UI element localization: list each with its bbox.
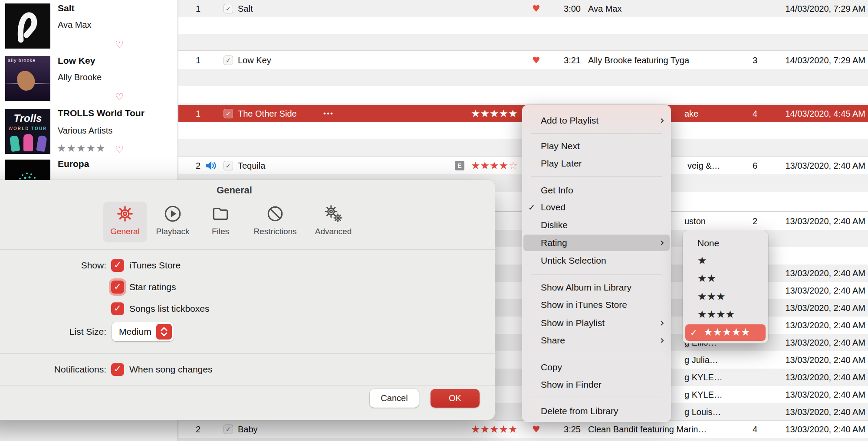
- song-rating-stars[interactable]: ★★★★★: [471, 421, 518, 438]
- menu-item-copy[interactable]: Copy: [522, 359, 671, 376]
- song-date: 13/03/2020, 2:40 AM: [764, 299, 865, 317]
- five-stars: ★★★★★: [704, 324, 750, 341]
- rating-option-5-stars-selected[interactable]: ✓ ★★★★★: [685, 324, 766, 341]
- tab-label: Restrictions: [247, 227, 303, 236]
- list-size-value: Medium: [119, 322, 151, 341]
- song-tickbox[interactable]: ✓: [224, 4, 233, 13]
- menu-item-show-in-playlist[interactable]: Show in Playlist›: [522, 314, 671, 332]
- artist-fragment: veig &…: [687, 157, 720, 174]
- dialog-title: General: [0, 185, 495, 196]
- itunes-store-label[interactable]: iTunes Store: [129, 259, 181, 272]
- menu-item-delete-from-library[interactable]: Delete from Library: [522, 402, 671, 420]
- album-title[interactable]: Europa: [58, 159, 89, 169]
- album-artist[interactable]: Ally Brooke: [58, 72, 102, 82]
- menu-item-get-info[interactable]: Get Info: [522, 182, 671, 199]
- notifications-label: Notifications:: [0, 363, 106, 376]
- list-size-label: List Size:: [0, 325, 106, 338]
- album-artist[interactable]: Various Artists: [58, 126, 112, 136]
- star-ratings-label[interactable]: Star ratings: [129, 281, 176, 294]
- album-rating-stars[interactable]: ★★★★★: [57, 142, 106, 154]
- tab-label: Advanced: [305, 227, 362, 236]
- itunes-store-checkbox[interactable]: ✓: [111, 259, 124, 272]
- menu-item-untick-selection[interactable]: Untick Selection: [522, 252, 671, 269]
- tab-advanced[interactable]: Advanced: [305, 202, 362, 242]
- menu-item-play-later[interactable]: Play Later: [522, 155, 671, 172]
- songs-list-tickboxes-label[interactable]: Songs list tickboxes: [129, 302, 209, 315]
- menu-item-show-in-itunes-store[interactable]: Show in iTunes Store: [522, 296, 671, 314]
- star-ratings-checkbox[interactable]: ✓: [111, 281, 124, 294]
- song-tickbox[interactable]: ✓: [224, 161, 233, 170]
- when-song-changes-checkbox[interactable]: ✓: [111, 363, 124, 376]
- play-count: 4: [729, 421, 757, 438]
- song-artist: Ally Brooke featuring Tyga: [588, 52, 731, 69]
- play-count: 2: [729, 212, 757, 230]
- album-heart-outline-icon[interactable]: ♡: [113, 39, 126, 50]
- menu-item-show-in-finder[interactable]: Show in Finder: [522, 376, 671, 393]
- ok-button[interactable]: OK: [431, 389, 480, 408]
- menu-separator: [531, 274, 662, 274]
- album-art-hand: [23, 134, 33, 151]
- track-number: 1: [182, 0, 201, 17]
- album-art-trolls[interactable]: Trolls WORLD TOUR: [5, 109, 50, 154]
- song-date: 13/03/2020, 2:40 AM: [764, 386, 865, 403]
- more-dots-icon[interactable]: •••: [323, 105, 334, 122]
- tab-label: Files: [192, 227, 249, 236]
- album-title[interactable]: TROLLS World Tour: [58, 108, 145, 118]
- menu-item-show-album-in-library[interactable]: Show Album in Library: [522, 279, 671, 296]
- checkmark-icon: ✓: [690, 324, 697, 341]
- album-art-title-text: Trolls: [5, 112, 50, 124]
- track-number: 1: [182, 105, 201, 122]
- tab-restrictions[interactable]: Restrictions: [247, 202, 303, 242]
- album-art-salt[interactable]: [5, 3, 50, 49]
- menu-item-add-to-playlist[interactable]: Add to Playlist›: [522, 112, 671, 129]
- song-rating-stars[interactable]: ★★★★★: [471, 105, 518, 122]
- song-time: 3:25: [538, 421, 581, 438]
- rating-option-4-stars[interactable]: ★★★★: [683, 306, 768, 323]
- song-date: 13/03/2020, 2:40 AM: [764, 157, 865, 174]
- cancel-button[interactable]: Cancel: [370, 389, 419, 408]
- song-tickbox[interactable]: ✓: [224, 56, 233, 65]
- song-rating-star-empty[interactable]: ☆: [509, 157, 518, 174]
- advanced-gears-icon: [305, 202, 362, 226]
- track-number: 2: [182, 421, 201, 438]
- tab-label: General: [103, 227, 147, 236]
- stepper-icon: [156, 324, 172, 340]
- album-title[interactable]: Low Key: [58, 56, 95, 66]
- song-rating-stars[interactable]: ★★★★: [471, 157, 508, 174]
- song-tickbox[interactable]: ✓: [224, 109, 233, 118]
- menu-item-dislike[interactable]: Dislike: [522, 216, 671, 234]
- album-artist[interactable]: Ava Max: [58, 20, 91, 30]
- rating-option-2-stars[interactable]: ★★: [683, 270, 768, 287]
- menu-item-share[interactable]: Share›: [522, 332, 671, 349]
- play-count: 6: [729, 157, 757, 174]
- tab-general[interactable]: General: [103, 202, 147, 242]
- dialog-separator: [0, 249, 495, 250]
- submenu-arrow-icon: ›: [660, 331, 664, 349]
- song-title: Tequila: [238, 157, 265, 174]
- album-art-text: ally brooke: [8, 58, 36, 63]
- list-size-select[interactable]: Medium: [112, 322, 174, 341]
- album-art-low-key[interactable]: ally brooke: [5, 56, 50, 101]
- rating-option-none[interactable]: None: [683, 234, 768, 252]
- rating-option-3-stars[interactable]: ★★★: [683, 288, 768, 306]
- song-date: 13/03/2020, 2:40 AM: [764, 334, 865, 351]
- song-title: The Other Side: [238, 105, 297, 122]
- song-date: 14/03/2020, 7:29 AM: [764, 0, 865, 17]
- folder-icon: [192, 202, 249, 226]
- tab-files[interactable]: Files: [192, 202, 249, 242]
- menu-separator: [531, 398, 662, 398]
- rating-option-1-star[interactable]: ★: [683, 252, 768, 270]
- play-count: 3: [729, 52, 757, 69]
- album-heart-outline-icon[interactable]: ♡: [113, 144, 126, 155]
- menu-item-loved[interactable]: ✓ Loved: [522, 199, 671, 216]
- menu-item-play-next[interactable]: Play Next: [522, 137, 671, 155]
- menu-item-rating[interactable]: Rating›: [522, 234, 671, 252]
- songs-list-tickboxes-checkbox[interactable]: ✓: [111, 302, 124, 315]
- submenu-arrow-icon: ›: [660, 314, 664, 331]
- when-song-changes-label[interactable]: When song changes: [129, 363, 212, 376]
- song-date: 13/03/2020, 2:40 AM: [764, 351, 865, 369]
- song-tickbox[interactable]: ✓: [224, 425, 233, 434]
- song-title: Baby: [238, 421, 258, 438]
- album-heart-outline-icon[interactable]: ♡: [113, 91, 126, 102]
- album-title[interactable]: Salt: [58, 3, 75, 13]
